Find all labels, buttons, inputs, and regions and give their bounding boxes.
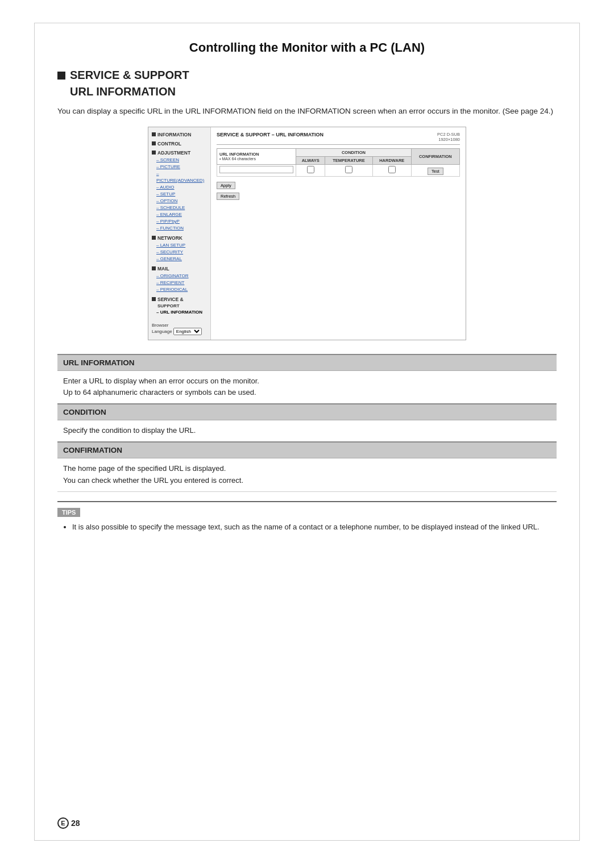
sidebar-item-url-information[interactable]: – URL INFORMATION: [152, 309, 207, 316]
url-info-table: URL INFORMATION • MAX 64 characters COND…: [217, 148, 460, 177]
section-sub-heading: URL INFORMATION: [57, 85, 557, 98]
section-heading-main: SERVICE & SUPPORT: [70, 69, 189, 82]
sidebar-item-pipbyp[interactable]: – PIP/PbyP: [152, 218, 207, 225]
condition-header: CONDITION: [296, 148, 412, 156]
screenshot-main: SERVICE & SUPPORT – URL INFORMATION PC2 …: [211, 127, 466, 340]
apply-button[interactable]: Apply: [217, 182, 235, 189]
url-info-header-row: URL INFORMATION: [57, 354, 557, 371]
url-info-content: Enter a URL to display when an error occ…: [57, 370, 557, 404]
page-title: Controlling the Monitor with a PC (LAN): [57, 40, 557, 55]
sidebar-item-picture[interactable]: – PICTURE: [152, 164, 207, 170]
intro-text: You can display a specific URL in the UR…: [57, 105, 557, 118]
always-header: ALWAYS: [296, 156, 325, 164]
sidebar-item-setup[interactable]: – SETUP: [152, 191, 207, 198]
screenshot-pc-info: PC2 D-SUB 1920×1080: [437, 132, 460, 142]
sidebar-item-originator[interactable]: – ORIGINATOR: [152, 273, 207, 279]
temperature-checkbox[interactable]: [345, 166, 352, 173]
sidebar-adjustment: ADJUSTMENT: [152, 150, 207, 156]
hardware-header: HARDWARE: [372, 156, 411, 164]
browser-language-label: Browser Language English: [152, 323, 207, 335]
language-select[interactable]: English: [173, 328, 202, 335]
always-checkbox[interactable]: [307, 166, 314, 173]
confirmation-section-header: CONFIRMATION: [57, 442, 557, 458]
tips-item-1: It is also possible to specify the messa…: [72, 521, 557, 533]
sidebar-item-general[interactable]: – GENERAL: [152, 256, 207, 262]
sidebar-item-schedule[interactable]: – SCHEDULE: [152, 205, 207, 211]
section-icon: [57, 72, 65, 80]
confirmation-content-row: The home page of the specified URL is di…: [57, 458, 557, 491]
hardware-checkbox[interactable]: [388, 166, 396, 173]
sidebar-item-periodical[interactable]: – PERIODICAL: [152, 286, 207, 293]
sidebar-control: CONTROL: [152, 141, 207, 147]
url-input[interactable]: [219, 166, 293, 173]
test-button[interactable]: Test: [428, 168, 443, 175]
condition-section-header: CONDITION: [57, 404, 557, 420]
confirmation-header: CONFIRMATION: [411, 148, 459, 164]
screenshot: INFORMATION CONTROL ADJUSTMENT – SCREEN …: [148, 127, 466, 340]
condition-header-row: CONDITION: [57, 404, 557, 420]
confirmation-header-row: CONFIRMATION: [57, 442, 557, 458]
sidebar-item-function[interactable]: – FUNCTION: [152, 225, 207, 232]
sidebar: INFORMATION CONTROL ADJUSTMENT – SCREEN …: [148, 127, 211, 340]
confirmation-content: The home page of the specified URL is di…: [57, 458, 557, 491]
sidebar-item-audio[interactable]: – AUDIO: [152, 184, 207, 191]
condition-content-row: Specify the condition to display the URL…: [57, 420, 557, 442]
url-info-section-header: URL INFORMATION: [57, 354, 557, 371]
section-heading: SERVICE & SUPPORT: [57, 69, 557, 82]
sidebar-bottom: Browser Language English: [152, 323, 207, 335]
screenshot-title: SERVICE & SUPPORT – URL INFORMATION: [217, 132, 323, 137]
sidebar-item-picture-advanced[interactable]: – PICTURE(ADVANCED): [152, 170, 207, 184]
tips-label: TIPS: [57, 508, 80, 517]
refresh-button[interactable]: Refresh: [217, 193, 239, 200]
tips-box: TIPS It is also possible to specify the …: [57, 501, 557, 533]
url-info-content-row: Enter a URL to display when an error occ…: [57, 370, 557, 404]
sidebar-item-lan-setup[interactable]: – LAN SETUP: [152, 242, 207, 249]
temperature-header: TEMPERATURE: [325, 156, 373, 164]
e-icon: E: [57, 817, 69, 829]
sidebar-item-enlarge[interactable]: – ENLARGE: [152, 211, 207, 218]
description-table: URL INFORMATION Enter a URL to display w…: [57, 354, 557, 492]
page-num: 28: [71, 819, 80, 828]
sidebar-item-option[interactable]: – OPTION: [152, 198, 207, 205]
page-number: E 28: [57, 817, 80, 829]
sidebar-item-security[interactable]: – SECURITY: [152, 249, 207, 256]
sidebar-information: INFORMATION: [152, 132, 207, 137]
sidebar-item-screen[interactable]: – SCREEN: [152, 157, 207, 164]
screenshot-header: SERVICE & SUPPORT – URL INFORMATION PC2 …: [217, 132, 460, 145]
sidebar-service-label2: SUPPORT: [152, 303, 207, 308]
sidebar-service: SERVICE &: [152, 297, 207, 302]
sidebar-network: NETWORK: [152, 235, 207, 241]
condition-content: Specify the condition to display the URL…: [57, 420, 557, 442]
sidebar-mail: MAIL: [152, 266, 207, 272]
tips-list: It is also possible to specify the messa…: [57, 521, 557, 533]
sidebar-item-recipient[interactable]: – RECIPIENT: [152, 279, 207, 286]
